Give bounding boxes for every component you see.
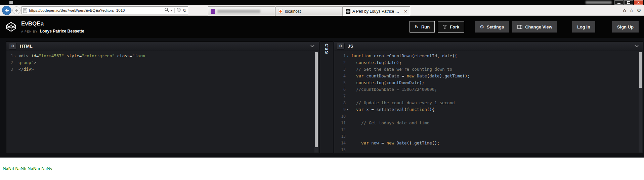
- sign-up-button-label: Sign Up: [617, 24, 634, 29]
- scrollbar-thumb[interactable]: [315, 52, 318, 147]
- autocomplete-caret-icon[interactable]: ▾: [171, 9, 172, 12]
- address-bar[interactable]: https://codepen.io/Bes7weB/pen/EvBQEa?ed…: [22, 6, 188, 14]
- code-line: 3</div>: [6, 66, 314, 73]
- gear-icon: ⚙: [480, 24, 484, 29]
- fold-arrow-icon[interactable]: ▾: [346, 53, 350, 59]
- sign-up-button[interactable]: Sign Up: [612, 21, 639, 33]
- code-line: 6 //countDownDate = 1506722400000;: [334, 86, 638, 93]
- run-button[interactable]: ↻ Run: [410, 21, 435, 33]
- settings-button[interactable]: ⚙ Settings: [475, 21, 509, 33]
- url-text[interactable]: https://codepen.io/Bes7weB/pen/EvBQEa?ed…: [29, 8, 163, 12]
- window-close-button[interactable]: ×: [634, 0, 643, 5]
- settings-button-label: Settings: [487, 24, 504, 29]
- window-minimize-button[interactable]: [614, 0, 624, 5]
- forward-arrow-icon: [14, 8, 19, 13]
- code-line: 1▾<div id="form4567" style="color:green"…: [6, 53, 314, 59]
- layout-view-icon: [517, 25, 522, 29]
- back-arrow-icon: [4, 8, 10, 13]
- fold-gutter: [346, 146, 350, 153]
- js-settings-gear-icon[interactable]: ⚙: [337, 43, 345, 50]
- run-button-label: Run: [421, 24, 430, 29]
- code-line: 5 console.log(countDownDate);: [334, 79, 638, 86]
- fold-gutter: [13, 59, 17, 66]
- back-button[interactable]: [2, 6, 11, 15]
- code-line: 3 // Set the date we're counting down to: [334, 66, 638, 73]
- run-refresh-icon: ↻: [415, 24, 419, 29]
- window-maximize-button[interactable]: [624, 0, 633, 5]
- pen-title-block: EvBQEa A PEN BY Louys Patrice Bessette: [21, 20, 84, 34]
- byline-prefix: A PEN BY: [21, 30, 38, 33]
- browser-window: × https://codepen.io/Bes7weB/pen/EvBQEa?…: [0, 0, 644, 180]
- tab-title: A Pen by Louys Patrice Bess...: [352, 9, 402, 14]
- close-icon: ×: [637, 1, 640, 4]
- tab-close-icon[interactable]: ×: [404, 9, 407, 14]
- fold-gutter: [346, 133, 350, 140]
- maximize-icon: [627, 1, 630, 4]
- js-panel: ⚙ JS 1▾function createCountDown(elementI…: [334, 41, 643, 154]
- fold-gutter: [346, 66, 350, 73]
- window-controls: ×: [614, 0, 643, 5]
- pen-author-link[interactable]: Louys Patrice Bessette: [40, 29, 84, 34]
- fold-gutter: [346, 59, 350, 66]
- fold-gutter: [346, 100, 350, 106]
- browser-tab-blurred[interactable]: [208, 6, 275, 16]
- js-panel-label: JS: [348, 44, 353, 49]
- js-panel-header: ⚙ JS: [334, 42, 643, 51]
- log-in-button-label: Log In: [577, 24, 590, 29]
- window-titlebar: ×: [0, 0, 644, 5]
- code-line: 15: [334, 146, 638, 153]
- codepen-logo[interactable]: [5, 21, 17, 33]
- fork-button-label: Fork: [450, 24, 459, 29]
- refresh-icon[interactable]: ↻: [183, 8, 186, 13]
- browser-navbar: https://codepen.io/Bes7weB/pen/EvBQEa?ed…: [0, 5, 644, 16]
- app-icon: [9, 1, 13, 4]
- tools-gear-icon[interactable]: ⚙: [637, 7, 641, 13]
- editor-area: ⚙ HTML 1▾<div id="form4567" style="color…: [0, 38, 644, 158]
- fold-arrow-icon[interactable]: ▾: [13, 53, 17, 59]
- fold-arrow-icon[interactable]: ▾: [346, 106, 350, 113]
- header-actions: ↻ Run Fork ⚙ Settings Change View: [410, 21, 639, 33]
- js-collapse-chevron-icon[interactable]: [633, 43, 641, 49]
- js-code-editor[interactable]: 1▾function createCountDown(elementId, da…: [334, 51, 638, 153]
- change-view-button-label: Change View: [525, 24, 552, 29]
- change-view-button[interactable]: Change View: [512, 21, 557, 33]
- fold-gutter: [346, 120, 350, 126]
- browser-tab-localhost[interactable]: localhost: [275, 6, 343, 16]
- fold-gutter: [346, 79, 350, 86]
- fold-gutter: [346, 113, 350, 120]
- shield-icon: [177, 7, 181, 13]
- browser-tab-pen-active[interactable]: A Pen by Louys Patrice Bess... ×: [343, 6, 410, 16]
- code-line: 11 // Get todays date and time: [334, 120, 638, 126]
- scrollbar-thumb[interactable]: [639, 52, 642, 88]
- code-line: 1▾function createCountDown(elementId, da…: [334, 53, 638, 59]
- divider: [174, 8, 175, 13]
- fold-gutter: [346, 140, 350, 146]
- tab-favicon: [211, 9, 215, 14]
- fold-gutter: [346, 86, 350, 93]
- fork-button[interactable]: Fork: [438, 21, 464, 33]
- blurred-title-text: [586, 1, 612, 4]
- home-icon[interactable]: ⌂: [623, 7, 627, 13]
- favorites-star-icon[interactable]: ☆: [629, 7, 634, 13]
- html-panel-header: ⚙ HTML: [6, 42, 319, 51]
- pen-title: EvBQEa: [21, 20, 84, 27]
- html-panel: ⚙ HTML 1▾<div id="form4567" style="color…: [6, 41, 319, 154]
- forward-button[interactable]: [12, 6, 20, 14]
- js-editor-scrollbar[interactable]: [639, 52, 642, 153]
- localhost-favicon: [278, 9, 283, 14]
- log-in-button[interactable]: Log In: [572, 21, 595, 33]
- pen-byline: A PEN BY Louys Patrice Bessette: [21, 29, 84, 34]
- html-editor-scrollbar[interactable]: [314, 52, 318, 153]
- html-code-editor[interactable]: 1▾<div id="form4567" style="color:green"…: [6, 51, 314, 153]
- code-line: 10: [334, 113, 638, 120]
- html-settings-gear-icon[interactable]: ⚙: [9, 43, 17, 50]
- html-collapse-chevron-icon[interactable]: [308, 43, 316, 49]
- fold-gutter: [346, 126, 350, 133]
- search-icon[interactable]: [164, 7, 169, 13]
- codepen-header: EvBQEa A PEN BY Louys Patrice Bessette ↻…: [0, 16, 644, 38]
- tab-strip: localhost A Pen by Louys Patrice Bess...…: [208, 6, 411, 16]
- css-panel-collapsed[interactable]: CSS: [320, 41, 333, 154]
- fold-gutter: [346, 73, 350, 79]
- page-icon: [23, 8, 27, 13]
- code-line: 9▾ var x = setInterval(function(){: [334, 106, 638, 113]
